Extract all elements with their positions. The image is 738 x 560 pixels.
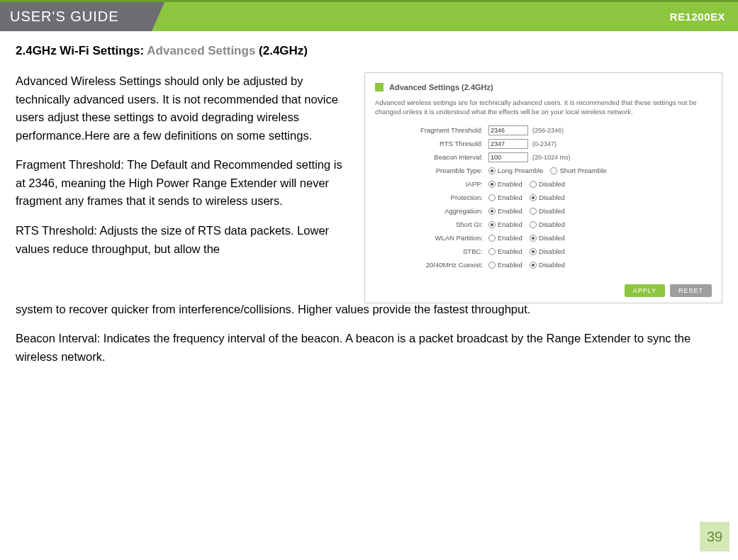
form-label: Aggregation: bbox=[375, 207, 488, 215]
radio-label: Enabled bbox=[498, 234, 522, 242]
input-hint: (0-2347) bbox=[532, 140, 557, 147]
header-title: USER'S GUIDE bbox=[0, 2, 164, 31]
radio-button[interactable] bbox=[530, 248, 537, 255]
radio-label: Disabled bbox=[539, 220, 565, 228]
input-hint: (256-2346) bbox=[532, 127, 564, 134]
header-model: RE1200EX bbox=[670, 11, 725, 23]
radio-label: Disabled bbox=[539, 194, 565, 201]
input-hint: (20-1024 ms) bbox=[532, 154, 571, 161]
form-row: Preamble Type:Long PreambleShort Preambl… bbox=[375, 164, 712, 177]
page-content: 2.4GHz Wi-Fi Settings: Advanced Settings… bbox=[0, 31, 738, 366]
paragraph-rts-start: RTS Threshold: Adjusts the size of RTS d… bbox=[16, 222, 354, 258]
radio-button[interactable] bbox=[488, 248, 496, 255]
radio-button[interactable] bbox=[488, 181, 496, 188]
paragraph: Beacon Interval: Indicates the frequency… bbox=[16, 330, 722, 366]
paragraph: Advanced Wireless Settings should only b… bbox=[16, 72, 354, 145]
form-label: Beacon Interval: bbox=[375, 153, 488, 161]
radio-label: Enabled bbox=[498, 194, 522, 201]
reset-button[interactable]: RESET bbox=[670, 284, 712, 297]
section-title-suffix: (2.4GHz) bbox=[259, 44, 308, 57]
text-input[interactable] bbox=[488, 152, 528, 162]
form-label: 20/40MHz Coexist: bbox=[375, 261, 488, 269]
form-row: IAPP:EnabledDisabled bbox=[375, 178, 712, 191]
paragraph: Fragment Threshold: The Default and Reco… bbox=[16, 156, 354, 211]
apply-button[interactable]: APPLY bbox=[625, 284, 665, 297]
radio-button[interactable] bbox=[488, 167, 496, 174]
radio-button[interactable] bbox=[530, 262, 537, 269]
form-row: RTS Thresold:(0-2347) bbox=[375, 138, 712, 150]
radio-label: Disabled bbox=[539, 247, 565, 255]
radio-label: Short Preamble bbox=[559, 167, 606, 174]
radio-label: Disabled bbox=[539, 261, 565, 269]
form-row: STBC:EnabledDisabled bbox=[375, 245, 712, 258]
form-label: IAPP: bbox=[375, 180, 488, 188]
radio-label: Long Preamble bbox=[498, 167, 543, 174]
section-title: 2.4GHz Wi-Fi Settings: Advanced Settings… bbox=[16, 44, 722, 58]
radio-label: Enabled bbox=[498, 180, 522, 188]
form-row: WLAN Partition:EnabledDisabled bbox=[375, 232, 712, 245]
main-row: Advanced Wireless Settings should only b… bbox=[16, 72, 722, 303]
form-label: Fragment Threshold: bbox=[375, 126, 488, 134]
page-number: 39 bbox=[700, 522, 729, 551]
radio-label: Enabled bbox=[498, 261, 522, 269]
form-row: Protection:EnabledDisabled bbox=[375, 191, 712, 204]
radio-button[interactable] bbox=[488, 194, 496, 201]
radio-button[interactable] bbox=[488, 235, 496, 242]
radio-label: Enabled bbox=[498, 207, 522, 215]
section-title-prefix: 2.4GHz Wi-Fi Settings: bbox=[16, 44, 147, 57]
form-label: RTS Thresold: bbox=[375, 140, 488, 147]
form-label: STBC: bbox=[375, 247, 488, 255]
form-row: Fragment Threshold:(256-2346) bbox=[375, 124, 712, 137]
form-row: Short GI:EnabledDisabled bbox=[375, 218, 712, 231]
radio-button[interactable] bbox=[488, 221, 496, 228]
section-title-gray: Advanced Settings bbox=[147, 44, 259, 57]
header-bar: USER'S GUIDE RE1200EX bbox=[0, 0, 738, 31]
radio-label: Enabled bbox=[498, 247, 522, 255]
radio-button[interactable] bbox=[488, 262, 496, 269]
form-rows: Fragment Threshold:(256-2346)RTS Thresol… bbox=[375, 124, 712, 271]
form-label: Preamble Type: bbox=[375, 167, 488, 174]
settings-panel: Advanced Settings (2.4GHz) Advanced wire… bbox=[364, 72, 722, 303]
radio-label: Disabled bbox=[539, 234, 565, 242]
text-column: Advanced Wireless Settings should only b… bbox=[16, 72, 354, 269]
text-input[interactable] bbox=[488, 139, 528, 149]
radio-label: Enabled bbox=[498, 220, 522, 228]
form-label: WLAN Partition: bbox=[375, 234, 488, 242]
form-row: Beacon Interval:(20-1024 ms) bbox=[375, 151, 712, 164]
text-input[interactable] bbox=[488, 125, 528, 135]
form-label: Short GI: bbox=[375, 220, 488, 228]
radio-button[interactable] bbox=[550, 167, 557, 174]
radio-button[interactable] bbox=[530, 235, 537, 242]
radio-button[interactable] bbox=[530, 208, 537, 215]
radio-label: Disabled bbox=[539, 180, 565, 188]
radio-button[interactable] bbox=[530, 181, 537, 188]
radio-button[interactable] bbox=[488, 208, 496, 215]
panel-title-row: Advanced Settings (2.4GHz) bbox=[375, 83, 712, 91]
panel-square-icon bbox=[375, 83, 384, 91]
panel-description: Advanced wireless settings are for techn… bbox=[375, 99, 712, 117]
form-row: Aggregation:EnabledDisabled bbox=[375, 205, 712, 218]
radio-label: Disabled bbox=[539, 207, 565, 215]
form-row: 20/40MHz Coexist:EnabledDisabled bbox=[375, 259, 712, 271]
panel-title: Advanced Settings (2.4GHz) bbox=[389, 83, 493, 91]
button-row: APPLY RESET bbox=[375, 284, 712, 297]
text-column-below: system to recover quicker from interfere… bbox=[16, 301, 722, 366]
radio-button[interactable] bbox=[530, 221, 537, 228]
radio-button[interactable] bbox=[530, 194, 537, 201]
form-label: Protection: bbox=[375, 194, 488, 201]
